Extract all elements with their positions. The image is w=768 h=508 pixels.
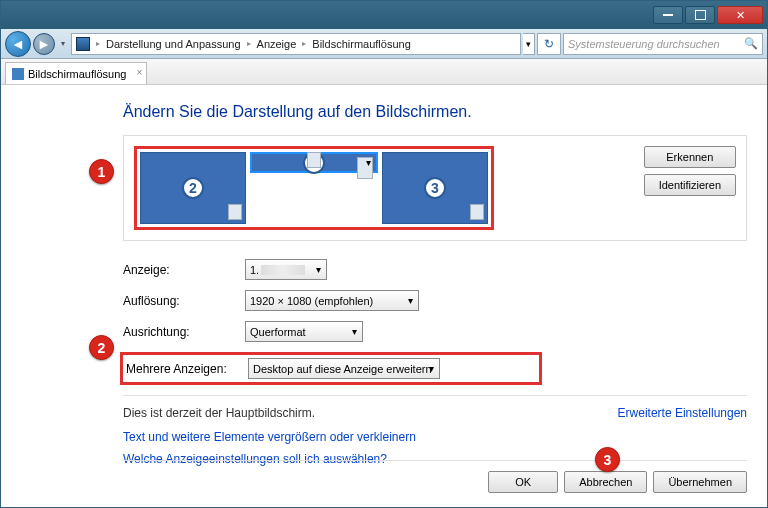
footer-buttons: OK Abbrechen Übernehmen [488, 471, 747, 493]
navbar: ◄ ► ▾ ▸ Darstellung und Anpassung ▸ Anze… [1, 29, 767, 59]
tab-label: Bildschirmauflösung [28, 68, 126, 80]
address-bar[interactable]: ▸ Darstellung und Anpassung ▸ Anzeige ▸ … [71, 33, 521, 55]
divider [123, 460, 747, 461]
control-panel-icon [76, 37, 90, 51]
monitor-preview-box: 2 1 3 Erkennen Identifizieren [123, 135, 747, 241]
multiple-displays-label: Mehrere Anzeigen: [126, 362, 248, 376]
resolution-label: Auflösung: [123, 294, 245, 308]
monitor-number: 3 [424, 177, 446, 199]
monitor-device-icon [357, 157, 373, 179]
ok-button[interactable]: OK [488, 471, 558, 493]
divider [123, 395, 747, 396]
monitor-icon [12, 68, 24, 80]
history-dropdown[interactable]: ▾ [57, 34, 69, 54]
breadcrumb-sep-icon: ▸ [302, 39, 306, 48]
breadcrumb-sep-icon: ▸ [247, 39, 251, 48]
forward-button[interactable]: ► [33, 33, 55, 55]
refresh-button[interactable]: ↻ [537, 33, 561, 55]
note-row: Dies ist derzeit der Hauptbildschirm. Er… [123, 406, 747, 420]
search-placeholder: Systemsteuerung durchsuchen [568, 38, 720, 50]
address-dropdown[interactable]: ▾ [523, 33, 535, 55]
monitor-number: 2 [182, 177, 204, 199]
multiple-displays-select[interactable]: Desktop auf diese Anzeige erweitern [248, 358, 440, 379]
monitor-1[interactable]: 1 [250, 152, 378, 173]
monitor-2[interactable]: 2 [140, 152, 246, 224]
tab-close-icon[interactable]: × [137, 67, 143, 78]
monitor-preview[interactable]: 2 1 3 [134, 146, 494, 230]
detect-button[interactable]: Erkennen [644, 146, 736, 168]
orientation-label: Ausrichtung: [123, 325, 245, 339]
close-button[interactable] [717, 6, 763, 24]
breadcrumb-item[interactable]: Anzeige [257, 38, 297, 50]
apply-button[interactable]: Übernehmen [653, 471, 747, 493]
settings-form: Anzeige: 1. Auflösung: 1920 × 1080 (empf… [123, 259, 747, 385]
page-title: Ändern Sie die Darstellung auf den Bilds… [123, 103, 747, 121]
breadcrumb-item[interactable]: Bildschirmauflösung [312, 38, 410, 50]
monitor-3[interactable]: 3 [382, 152, 488, 224]
titlebar [1, 1, 767, 29]
display-select[interactable]: 1. [245, 259, 327, 280]
annotation-2: 2 [89, 335, 114, 360]
orientation-select[interactable]: Querformat [245, 321, 363, 342]
display-label: Anzeige: [123, 263, 245, 277]
search-icon: 🔍 [744, 37, 758, 50]
back-button[interactable]: ◄ [5, 31, 31, 57]
identify-button[interactable]: Identifizieren [644, 174, 736, 196]
minimize-button[interactable] [653, 6, 683, 24]
tab-strip: Bildschirmauflösung × [1, 59, 767, 85]
monitor-device-icon [307, 152, 321, 168]
annotation-3: 3 [595, 447, 620, 472]
breadcrumb-item[interactable]: Darstellung und Anpassung [106, 38, 241, 50]
window: ◄ ► ▾ ▸ Darstellung und Anpassung ▸ Anze… [0, 0, 768, 508]
resolution-select[interactable]: 1920 × 1080 (empfohlen) [245, 290, 419, 311]
search-input[interactable]: Systemsteuerung durchsuchen 🔍 [563, 33, 763, 55]
monitor-device-icon [228, 204, 242, 220]
breadcrumb-sep-icon: ▸ [96, 39, 100, 48]
redacted [261, 265, 305, 275]
content: Ändern Sie die Darstellung auf den Bilds… [1, 85, 767, 466]
maximize-button[interactable] [685, 6, 715, 24]
main-display-note: Dies ist derzeit der Hauptbildschirm. [123, 406, 315, 420]
tab-resolution[interactable]: Bildschirmauflösung × [5, 62, 147, 84]
monitor-device-icon [470, 204, 484, 220]
link-text-size[interactable]: Text und weitere Elemente vergrößern ode… [123, 430, 747, 444]
advanced-settings-link[interactable]: Erweiterte Einstellungen [618, 406, 747, 420]
link-which-settings[interactable]: Welche Anzeigeeinstellungen soll ich aus… [123, 452, 747, 466]
cancel-button[interactable]: Abbrechen [564, 471, 647, 493]
annotation-1: 1 [89, 159, 114, 184]
